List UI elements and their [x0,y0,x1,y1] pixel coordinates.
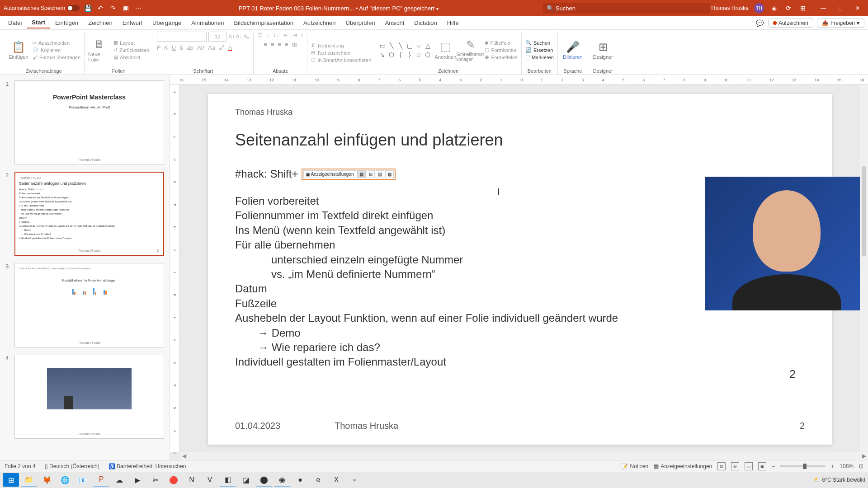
select-button[interactable]: ⬚ Markieren [525,54,554,60]
display-settings-button[interactable]: ▦ Anzeigeeinstellungen [654,463,712,469]
tab-dictation[interactable]: Dictation [410,18,442,28]
shapes-gallery[interactable]: ▭╲╲▢○△ ↘⬡{}☆⬠ [379,42,431,58]
onenote-icon[interactable]: N [184,473,200,487]
app3-icon[interactable]: ◪ [238,473,254,487]
find-button[interactable]: 🔍 Suchen [525,40,554,46]
replace-button[interactable]: 🔄 Ersetzen [525,47,554,53]
font-size-select[interactable]: 12 [208,32,226,42]
copy-button[interactable]: 📄 Kopieren [33,47,80,53]
text-align-button[interactable]: ⊟ Text ausrichten [311,50,371,56]
outlook-icon[interactable]: 📧 [75,473,91,487]
normal-view-icon[interactable]: ▤ [717,462,726,470]
tab-start[interactable]: Start [27,17,50,28]
shape-effects-button[interactable]: ◉ Formeffekte [485,54,518,60]
app-icon[interactable]: 🔴 [165,473,182,487]
tab-zeichnen[interactable]: Zeichnen [84,18,117,28]
fit-window-button[interactable]: ⊡ [859,463,863,469]
bold-button[interactable]: F [157,44,160,51]
user-avatar[interactable]: TH [754,3,764,13]
save-icon[interactable]: 💾 [83,4,92,13]
slideshow-icon[interactable]: ▣ [121,4,130,13]
thumbnail-1[interactable]: PowerPoint Masterclass Präsentieren wie … [14,80,164,164]
app2-icon[interactable]: ◧ [220,473,236,487]
sorter-view-icon[interactable]: ⊞ [731,462,739,470]
layout-button[interactable]: ▦ Layout [113,40,149,46]
notes-button[interactable]: 📝 Notizen [621,463,648,469]
app4-icon[interactable]: ● [292,473,308,487]
italic-button[interactable]: K [164,44,168,51]
start-button[interactable]: ⊞ [3,473,19,487]
accessibility-status[interactable]: ♿ Barrierefreiheit: Untersuchen [108,463,186,469]
horizontal-scrollbar[interactable]: ◀▶ [180,452,868,460]
zoom-in-button[interactable]: + [831,463,834,469]
format-painter-button[interactable]: 🖌 Format übertragen [33,55,80,60]
diamond-icon[interactable]: ◈ [769,4,778,13]
zoom-out-button[interactable]: − [772,463,775,469]
tab-ansicht[interactable]: Ansicht [381,18,409,28]
chrome-icon[interactable]: 🌐 [57,473,73,487]
dictate-button[interactable]: 🎤Diktieren [561,41,584,60]
maximize-button[interactable]: ◻ [834,4,847,13]
snip-icon[interactable]: ✂ [147,473,164,487]
autosave-toggle[interactable]: Automatisches Speichern [4,5,80,11]
tab-bildschirm[interactable]: Bildschirmpräsentation [229,18,298,28]
thumbnail-3[interactable]: 2 Vertikale Achsen (Primär, sekundär) - … [14,263,164,347]
slide-editor[interactable]: 1615141312111098765432101234567891011121… [170,75,868,460]
tab-ubergange[interactable]: Übergänge [148,18,186,28]
weather-widget[interactable]: ⛅ 6°C Stark bewölkt [814,477,865,483]
powerpoint-icon[interactable]: P [93,473,109,487]
comments-icon[interactable]: 💬 [755,19,764,28]
record-app-icon[interactable]: ◉ [274,473,290,487]
share-button[interactable]: 📤 Freigeben ▾ [817,19,864,28]
paste-button[interactable]: 📋Einfügen [7,41,30,60]
excel-icon[interactable]: X [328,473,344,487]
visio-icon[interactable]: V [202,473,218,487]
slide-title[interactable]: Seitenanzahl einfügen und platzieren [235,131,805,150]
shape-outline-button[interactable]: ▢ Formkontur [485,47,518,53]
tab-entwurf[interactable]: Entwurf [118,18,147,28]
tab-einfugen[interactable]: Einfügen [51,18,83,28]
reading-view-icon[interactable]: ▭ [745,462,753,470]
tab-animationen[interactable]: Animationen [187,18,228,28]
app5-icon[interactable]: ▫ [346,473,363,487]
slide-thumbnails[interactable]: 1 PowerPoint Masterclass Präsentieren wi… [0,75,170,460]
explorer-icon[interactable]: 📁 [21,473,37,487]
text-direction-button[interactable]: ⇵ Textrichtung [311,42,371,48]
tab-uberprufen[interactable]: Überprüfen [341,18,380,28]
thumbnail-4[interactable]: Thomas Hruska [14,355,164,439]
more-icon[interactable]: ⋯ [134,4,143,13]
record-button[interactable]: Aufzeichnen [768,19,813,28]
cloud-icon[interactable]: ☁ [111,473,127,487]
sync-icon[interactable]: ⟳ [784,4,793,13]
slideshow-view-icon[interactable]: ▣ [758,462,766,470]
vlc-icon[interactable]: ▶ [129,473,146,487]
edge-icon[interactable]: e [310,473,326,487]
window-icon[interactable]: ⊞ [798,4,807,13]
zoom-level[interactable]: 108% [840,463,854,469]
user-name[interactable]: Thomas Hruska [710,5,749,11]
section-button[interactable]: ▤ Abschnitt [113,54,149,60]
font-family-select[interactable] [157,32,207,42]
smartart-button[interactable]: ⬡ In SmartArt konvertieren [311,57,371,63]
font-color-button[interactable]: A [228,44,232,51]
tab-datei[interactable]: Datei [4,18,26,28]
quickstyles-button[interactable]: ✎Schnellformat-vorlagen [459,38,482,62]
thumbnail-2[interactable]: Thomas Hruska Seitenanzahl einfügen und … [14,172,164,256]
new-slide-button[interactable]: 🗎Neue Folie [88,38,111,62]
close-button[interactable]: ✕ [851,4,864,13]
firefox-icon[interactable]: 🦊 [39,473,55,487]
vertical-scrollbar[interactable] [860,85,868,452]
highlight-button[interactable]: 🖍 [219,44,225,51]
case-button[interactable]: Aa [208,44,215,51]
zoom-slider[interactable] [780,465,826,467]
strike-button[interactable]: S̶ [179,44,183,51]
designer-button[interactable]: ⊞Designer [592,41,614,60]
tab-hilfe[interactable]: Hilfe [443,18,463,28]
reset-button[interactable]: ↺ Zurücksetzen [113,47,149,53]
redo-icon[interactable]: ↷ [108,4,118,13]
tab-aufzeichnen[interactable]: Aufzeichnen [299,18,340,28]
underline-button[interactable]: U [172,44,176,51]
shadow-button[interactable]: ab [187,44,193,51]
cut-button[interactable]: ✂ Ausschneiden [33,40,80,46]
spacing-button[interactable]: AV [197,44,204,51]
